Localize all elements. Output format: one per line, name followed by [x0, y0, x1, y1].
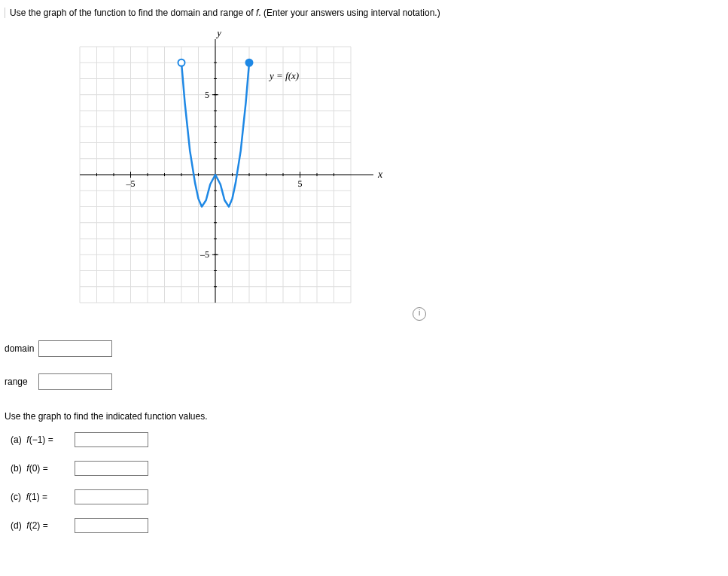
svg-text:y: y: [215, 32, 222, 38]
info-icon[interactable]: i: [413, 307, 426, 321]
svg-point-74: [178, 59, 185, 66]
graph-area: –55–55yxy = f(x) i: [65, 32, 426, 325]
range-input[interactable]: [38, 373, 112, 390]
part-b-input[interactable]: [75, 461, 148, 476]
svg-text:x: x: [377, 169, 383, 180]
domain-label: domain: [5, 340, 38, 373]
part-c-input[interactable]: [75, 489, 148, 504]
part-c-label: (c) f(1) =: [11, 492, 72, 502]
svg-point-75: [246, 59, 253, 66]
part-b-label: (b) f(0) =: [11, 463, 72, 474]
part-a-label: (a) f(−1) =: [11, 434, 72, 445]
prompt-pre: Use the graph of the function to find th…: [10, 8, 256, 18]
svg-text:–5: –5: [200, 249, 209, 260]
part-d-input[interactable]: [75, 518, 148, 533]
domain-input[interactable]: [38, 340, 112, 357]
range-label: range: [5, 373, 38, 407]
function-graph: –55–55yxy = f(x): [65, 32, 411, 318]
svg-text:5: 5: [298, 178, 303, 189]
svg-text:y = f(x): y = f(x): [268, 70, 299, 81]
svg-text:5: 5: [205, 90, 209, 100]
prompt-post: . (Enter your answers using interval not…: [258, 8, 440, 18]
part-a-input[interactable]: [75, 432, 148, 447]
part-d-label: (d) f(2) =: [11, 520, 72, 531]
values-subprompt: Use the graph to find the indicated func…: [5, 411, 720, 422]
question-prompt: Use the graph of the function to find th…: [5, 8, 720, 18]
function-value-parts: (a) f(−1) = (b) f(0) = (c) f(1) = (d) f(…: [11, 432, 720, 533]
domain-range-fields: domain range: [5, 340, 117, 407]
svg-text:–5: –5: [126, 178, 136, 189]
